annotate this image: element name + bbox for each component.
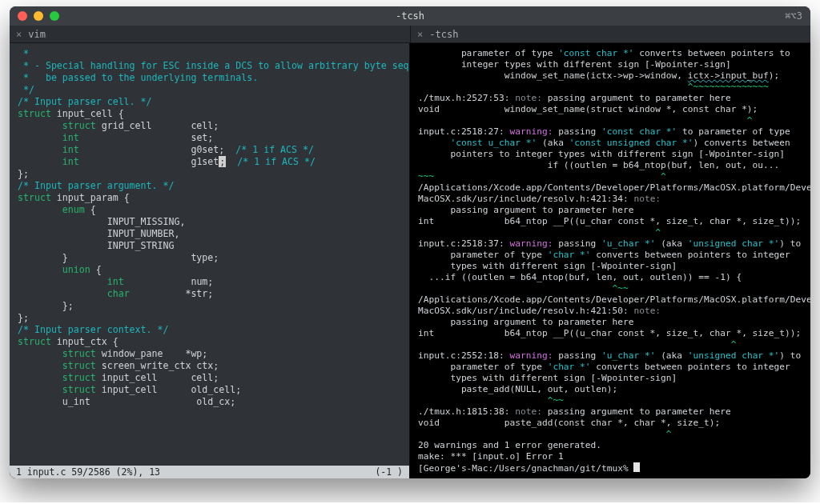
code-line: ./tmux.h:1815:38: note: passing argument… [418, 406, 802, 418]
code-line: 'const u_char *' (aka 'const unsigned ch… [418, 138, 802, 149]
code-line: * [18, 48, 401, 60]
code-line: char *str; [18, 288, 401, 300]
code-line: ^ [418, 429, 802, 440]
code-line: }; [18, 312, 401, 324]
window-controls [18, 11, 59, 21]
code-line: int g1set; /* 1 if ACS */ [18, 156, 401, 168]
code-line: 20 warnings and 1 error generated. [418, 440, 802, 451]
code-line: int b64_ntop __P((u_char const *, size_t… [418, 216, 802, 227]
right-pane[interactable]: parameter of type 'const char *' convert… [410, 43, 810, 478]
shell-output[interactable]: parameter of type 'const char *' convert… [410, 43, 810, 478]
code-line: struct grid_cell cell; [18, 120, 401, 132]
code-line: types with different sign [-Wpointer-sig… [418, 373, 802, 384]
window-title: -tcsh [396, 10, 424, 22]
tab-right[interactable]: × -tcsh [410, 26, 810, 42]
shell-prompt[interactable]: [George's-Mac:/Users/gnachman/git/tmux% [418, 462, 802, 474]
code-line: MacOSX.sdk/usr/include/resolv.h:421:50: … [418, 306, 802, 317]
code-line: struct screen_write_ctx ctx; [18, 360, 401, 372]
code-line: struct input_cell old_cell; [18, 384, 401, 396]
code-line: int b64_ntop __P((u_char const *, size_t… [418, 328, 802, 339]
code-line: types with different sign [-Wpointer-sig… [418, 261, 802, 272]
code-line: /* Input parser cell. */ [18, 96, 401, 108]
code-line: integer types with different sign [-Wpoi… [418, 59, 802, 70]
close-icon[interactable] [18, 11, 27, 21]
code-line: enum { [18, 204, 401, 216]
code-line: int g0set; /* 1 if ACS */ [18, 144, 401, 156]
window-titlebar[interactable]: -tcsh ⌘⌥3 [10, 6, 810, 26]
window-shortcut-badge: ⌘⌥3 [785, 10, 802, 22]
code-line: parameter of type 'char *' converts betw… [418, 250, 802, 261]
zoom-icon[interactable] [50, 11, 59, 21]
code-line: ^ [418, 227, 802, 238]
code-line: if ((outlen = b64_ntop(buf, len, out, ou… [418, 160, 802, 171]
terminal-window: -tcsh ⌘⌥3 × vim × -tcsh * * - Special ha… [10, 6, 810, 478]
code-line: ...if ((outlen = b64_ntop(buf, len, out,… [418, 272, 802, 283]
left-pane[interactable]: * * - Special handling for ESC inside a … [10, 43, 410, 478]
code-line: INPUT_STRING [18, 240, 401, 252]
status-left: 1 input.c 59/2586 (2%), 13 [16, 466, 160, 478]
code-line: passing argument to parameter here [418, 317, 802, 328]
code-line: void window_set_name(struct window *, co… [418, 104, 802, 115]
code-line: make: *** [input.o] Error 1 [418, 451, 802, 462]
code-line: pointers to integer types with different… [418, 149, 802, 160]
code-line: int set; [18, 132, 401, 144]
minimize-icon[interactable] [34, 11, 43, 21]
code-line: INPUT_NUMBER, [18, 228, 401, 240]
code-line: ^~~~~~~~~~~~~~~ [418, 82, 802, 93]
cursor-icon [633, 462, 640, 472]
code-line: /Applications/Xcode.app/Contents/Develop… [418, 182, 802, 194]
code-line: input.c:2518:27: warning: passing 'const… [418, 126, 802, 138]
code-line: */ [18, 84, 401, 96]
code-line: * be passed to the underlying terminals. [18, 72, 401, 84]
tab-bar: × vim × -tcsh [10, 26, 810, 43]
tab-title: -tcsh [429, 29, 458, 40]
code-line: struct input_cell cell; [18, 372, 401, 384]
status-right: (-1 ) [375, 466, 403, 478]
code-line: } type; [18, 252, 401, 264]
code-line: parameter of type 'const char *' convert… [418, 48, 802, 59]
code-line: passing argument to parameter here [418, 205, 802, 216]
close-icon[interactable]: × [16, 29, 22, 40]
code-line: * - Special handling for ESC inside a DC… [18, 60, 401, 72]
code-line: struct input_cell { [18, 108, 401, 120]
code-line: ^~~ [418, 283, 802, 294]
code-line: ~~~ ^ [418, 171, 802, 182]
code-line: /* Input parser argument. */ [18, 180, 401, 192]
code-line: struct input_ctx { [18, 336, 401, 348]
tab-left[interactable]: × vim [10, 26, 410, 42]
code-line: ^ [418, 339, 802, 350]
close-icon[interactable]: × [417, 29, 423, 40]
code-line: void paste_add(const char *, char *, siz… [418, 418, 802, 429]
code-line: window_set_name(ictx->wp->window, ictx->… [418, 70, 802, 82]
code-line: struct window_pane *wp; [18, 348, 401, 360]
split-panes: * * - Special handling for ESC inside a … [10, 43, 810, 478]
code-line: paste_add(NULL, out, outlen); [418, 384, 802, 395]
code-line: int num; [18, 276, 401, 288]
code-line: /* Input parser context. */ [18, 324, 401, 336]
code-line: input.c:2518:37: warning: passing 'u_cha… [418, 238, 802, 250]
editor-content[interactable]: * * - Special handling for ESC inside a … [10, 43, 409, 466]
code-line: ./tmux.h:2527:53: note: passing argument… [418, 93, 802, 104]
code-line: }; [18, 168, 401, 180]
code-line: MacOSX.sdk/usr/include/resolv.h:421:34: … [418, 194, 802, 205]
code-line: /Applications/Xcode.app/Contents/Develop… [418, 294, 802, 306]
code-line: union { [18, 264, 401, 276]
code-line: parameter of type 'char *' converts betw… [418, 362, 802, 373]
code-line: ^ [418, 115, 802, 126]
code-line: input.c:2552:18: warning: passing 'u_cha… [418, 350, 802, 362]
code-line: u_int old_cx; [18, 396, 401, 408]
code-line: struct input_param { [18, 192, 401, 204]
code-line: }; [18, 300, 401, 312]
vim-statusline: 1 input.c 59/2586 (2%), 13 (-1 ) [10, 466, 409, 478]
tab-title: vim [28, 29, 46, 40]
code-line: ^~~ [418, 395, 802, 406]
code-line: INPUT_MISSING, [18, 216, 401, 228]
